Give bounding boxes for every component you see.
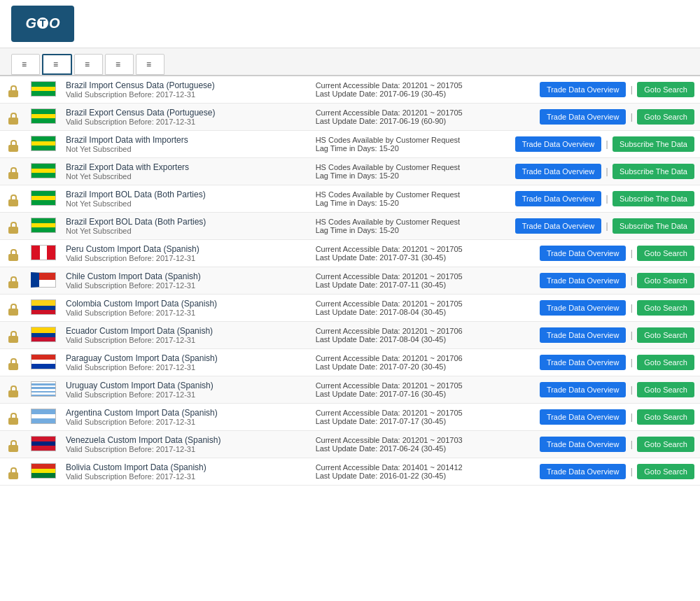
goto-search-button[interactable]: Goto Search xyxy=(637,437,694,452)
tab-west-europe[interactable]: ≡ xyxy=(105,54,134,75)
lock-icon xyxy=(8,249,18,261)
table-row: Brazil Export BOL Data (Both Parties) No… xyxy=(0,213,700,240)
trade-overview-button[interactable]: Trade Data Overview xyxy=(540,82,626,97)
lock-icon xyxy=(8,113,18,125)
trade-overview-button[interactable]: Trade Data Overview xyxy=(515,218,602,234)
subscribe-button[interactable]: Subscribe The Data xyxy=(612,218,694,234)
trade-overview-button[interactable]: Trade Data Overview xyxy=(515,136,602,152)
data-sub-text: Not Yet Subscribed xyxy=(66,227,304,235)
lock-icon xyxy=(8,222,18,234)
table-row: Chile Custom Import Data (Spanish) Valid… xyxy=(0,267,700,295)
data-name-text: Brazil Import BOL Data (Both Parties) xyxy=(66,190,304,199)
update-text: Last Update Date: 2017-07-17 (30-45) xyxy=(316,417,504,425)
flag-cell xyxy=(27,104,60,131)
lock-icon xyxy=(8,167,18,179)
data-name-text: Argentina Custom Import Data (Spanish) xyxy=(66,408,304,418)
tab-icon-asia: ≡ xyxy=(85,59,90,69)
trade-overview-button[interactable]: Trade Data Overview xyxy=(515,164,602,179)
btn-separator: | xyxy=(631,112,633,122)
subscribe-button[interactable]: Subscribe The Data xyxy=(612,136,694,152)
trade-overview-button[interactable]: Trade Data Overview xyxy=(540,109,626,125)
subscribe-button[interactable]: Subscribe The Data xyxy=(612,164,694,179)
goto-search-button[interactable]: Goto Search xyxy=(637,327,694,343)
tab-asia[interactable]: ≡ xyxy=(74,54,103,75)
flag-paraguay xyxy=(31,354,56,369)
trade-overview-button[interactable]: Trade Data Overview xyxy=(540,437,626,452)
lock-cell xyxy=(0,158,27,185)
table-row: Paraguay Custom Import Data (Spanish) Va… xyxy=(0,349,700,376)
goto-search-button[interactable]: Goto Search xyxy=(637,355,694,370)
flag-cell xyxy=(27,404,60,431)
table-row: Brazil Import Census Data (Portuguese) V… xyxy=(0,76,700,104)
lock-icon xyxy=(8,440,18,452)
data-sub-text: Valid Subscription Before: 2017-12-31 xyxy=(66,472,304,481)
access-cell: Current Accessible Data: 201201 ~ 201705… xyxy=(310,404,510,431)
info-cell: Brazil Import Data with Importers Not Ye… xyxy=(60,131,310,158)
trade-overview-button[interactable]: Trade Data Overview xyxy=(540,409,626,425)
trade-overview-button[interactable]: Trade Data Overview xyxy=(540,464,626,479)
info-cell: Paraguay Custom Import Data (Spanish) Va… xyxy=(60,349,310,376)
btn-cell: Trade Data Overview | Goto Search xyxy=(510,240,700,267)
trade-overview-button[interactable]: Trade Data Overview xyxy=(540,355,626,370)
info-cell: Brazil Import Census Data (Portuguese) V… xyxy=(60,76,310,104)
btn-cell: Trade Data Overview | Goto Search xyxy=(510,458,700,486)
trade-overview-button[interactable]: Trade Data Overview xyxy=(515,191,602,206)
lock-icon xyxy=(8,467,18,479)
goto-search-button[interactable]: Goto Search xyxy=(637,82,694,97)
table-row: Ecuador Custom Import Data (Spanish) Val… xyxy=(0,322,700,349)
trade-overview-button[interactable]: Trade Data Overview xyxy=(540,382,626,397)
btn-cell: Trade Data Overview | Subscribe The Data xyxy=(510,158,700,185)
btn-separator: | xyxy=(631,358,633,367)
lock-icon xyxy=(8,85,18,97)
flag-ecuador xyxy=(31,327,56,342)
goto-search-button[interactable]: Goto Search xyxy=(637,246,694,261)
data-table: Brazil Import Census Data (Portuguese) V… xyxy=(0,76,700,486)
goto-search-button[interactable]: Goto Search xyxy=(637,409,694,425)
data-name-text: Venezuela Custom Import Data (Spanish) xyxy=(66,435,304,445)
data-sub-text: Valid Subscription Before: 2017-12-31 xyxy=(66,390,304,399)
btn-separator: | xyxy=(606,167,608,176)
update-text: Last Update Date: 2017-06-24 (30-45) xyxy=(316,444,504,453)
goto-search-button[interactable]: Goto Search xyxy=(637,300,694,316)
access-text: Current Accessible Data: 201201 ~ 201703 xyxy=(316,436,504,444)
goto-search-button[interactable]: Goto Search xyxy=(637,464,694,479)
access-text: Current Accessible Data: 201401 ~ 201412 xyxy=(316,463,504,472)
btn-cell: Trade Data Overview | Goto Search xyxy=(510,267,700,295)
btn-cell: Trade Data Overview | Goto Search xyxy=(510,76,700,104)
lock-icon xyxy=(8,386,18,397)
update-text: Last Update Date: 2017-07-16 (30-45) xyxy=(316,390,504,398)
trade-overview-button[interactable]: Trade Data Overview xyxy=(540,246,626,261)
btn-separator: | xyxy=(606,221,608,231)
data-name-text: Brazil Export Data with Exporters xyxy=(66,162,304,172)
info-cell: Peru Custom Import Data (Spanish) Valid … xyxy=(60,240,310,267)
goto-search-button[interactable]: Goto Search xyxy=(637,273,694,288)
lock-cell xyxy=(0,240,27,267)
btn-cell: Trade Data Overview | Goto Search xyxy=(510,431,700,458)
access-cell: HS Codes Available by Customer Request L… xyxy=(310,158,510,185)
lock-icon xyxy=(8,413,18,425)
trade-overview-button[interactable]: Trade Data Overview xyxy=(540,273,626,288)
access-cell: HS Codes Available by Customer Request L… xyxy=(310,213,510,240)
subscribe-button[interactable]: Subscribe The Data xyxy=(612,191,694,206)
tab-north-america[interactable]: ≡ xyxy=(11,54,40,75)
trade-overview-button[interactable]: Trade Data Overview xyxy=(540,300,626,316)
tab-south-america[interactable]: ≡ xyxy=(42,54,72,75)
tab-east-europe[interactable]: ≡ xyxy=(136,54,164,75)
goto-search-button[interactable]: Goto Search xyxy=(637,109,694,125)
lock-icon xyxy=(8,140,18,152)
info-cell: Uruguay Custom Import Data (Spanish) Val… xyxy=(60,376,310,404)
tab-icon-east-europe: ≡ xyxy=(146,59,151,69)
access-cell: HS Codes Available by Customer Request L… xyxy=(310,131,510,158)
trade-overview-button[interactable]: Trade Data Overview xyxy=(540,327,626,343)
lock-cell xyxy=(0,185,27,213)
update-text: Last Update Date: 2017-06-19 (30-45) xyxy=(316,90,504,98)
data-sub-text: Valid Subscription Before: 2017-12-31 xyxy=(66,118,304,126)
data-sub-text: Valid Subscription Before: 2017-12-31 xyxy=(66,363,304,372)
flag-brazil xyxy=(31,163,56,178)
access-text: Current Accessible Data: 201201 ~ 201705 xyxy=(316,381,504,390)
goto-search-button[interactable]: Goto Search xyxy=(637,382,694,397)
access-cell: Current Accessible Data: 201201 ~ 201706… xyxy=(310,349,510,376)
flag-colombia xyxy=(31,299,56,315)
table-row: Peru Custom Import Data (Spanish) Valid … xyxy=(0,240,700,267)
flag-bolivia xyxy=(31,463,56,479)
